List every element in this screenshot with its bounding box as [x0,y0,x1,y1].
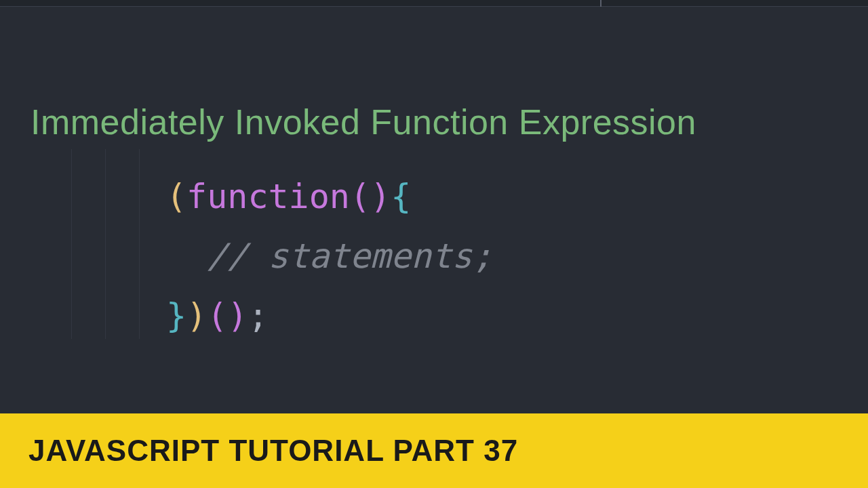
bottom-banner: JAVASCRIPT TUTORIAL PART 37 [0,413,868,488]
function-parens: () [350,177,391,216]
indent-guide [71,149,72,339]
code-block: (function(){ // statements; })(); [31,169,837,343]
brace-open: { [391,177,411,216]
top-divider [600,0,601,7]
semicolon: ; [248,296,268,336]
invoke-paren-close: ) [227,296,248,336]
indent-guide [139,149,140,339]
invoke-paren-open: ( [207,296,227,336]
slide-title: Immediately Invoked Function Expression [31,102,837,142]
code-line-1: (function(){ [166,169,837,224]
paren-close: ) [186,296,207,336]
code-comment: // statements; [166,229,837,283]
content-area: Immediately Invoked Function Expression … [0,7,868,343]
code-line-3: })(); [166,289,837,343]
editor-top-bar [0,0,868,7]
brace-close: } [166,296,186,336]
indent-guide [105,149,106,339]
banner-text: JAVASCRIPT TUTORIAL PART 37 [28,434,518,468]
paren-open: ( [166,177,186,216]
function-keyword: function [186,177,350,216]
